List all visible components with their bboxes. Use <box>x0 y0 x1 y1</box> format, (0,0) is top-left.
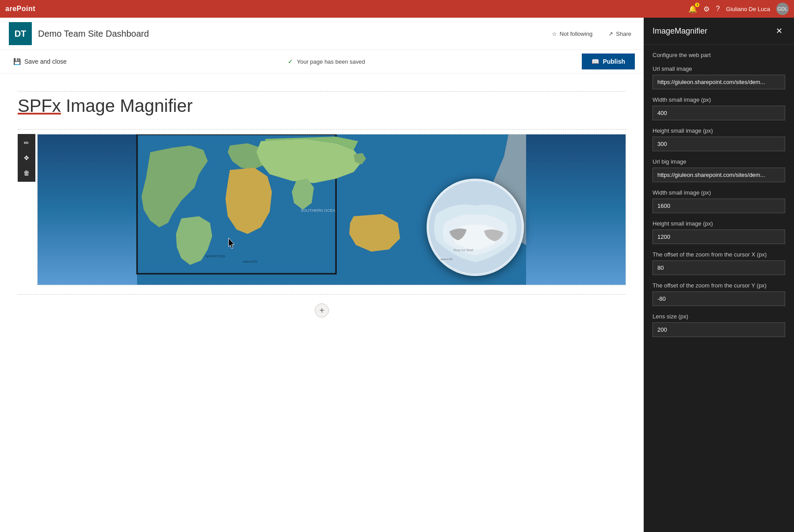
field-label-offset-y: The offset of the zoom from the cursor Y… <box>653 282 785 289</box>
not-following-label: Not following <box>560 31 592 37</box>
help-icon: ? <box>716 5 720 13</box>
form-group-url-big-image: Url big image <box>653 158 785 182</box>
field-input-height-big-image[interactable] <box>653 230 785 244</box>
site-header: DT Demo Team Site Dashboard ☆ Not follow… <box>0 18 644 50</box>
page-title-rest: Image Magnifier <box>61 96 193 115</box>
main-container: DT Demo Team Site Dashboard ☆ Not follow… <box>0 18 794 532</box>
check-icon: ✓ <box>288 58 293 65</box>
form-group-height-small-image: Height small image (px) <box>653 127 785 151</box>
field-input-lens-size[interactable] <box>653 322 785 337</box>
save-icon: 💾 <box>13 58 21 65</box>
field-input-url-big-image[interactable] <box>653 168 785 182</box>
notification-badge: 1 <box>695 3 699 7</box>
field-label-width-small-image: Width small image (px) <box>653 96 785 103</box>
form-group-width-small-image: Width small image (px) <box>653 96 785 120</box>
avatar-initials: GDL <box>778 6 788 11</box>
panel-body: Configure the web part Url small imageWi… <box>644 45 794 532</box>
save-close-label: Save and close <box>24 58 67 65</box>
share-button[interactable]: ↗ Share <box>605 29 635 39</box>
user-avatar[interactable]: GDL <box>776 3 789 15</box>
section-separator-bottom <box>18 294 626 295</box>
share-icon: ↗ <box>608 31 613 37</box>
site-header-right: ☆ Not following ↗ Share <box>548 29 635 39</box>
field-input-width-big-image[interactable] <box>653 199 785 213</box>
saved-message: Your page has been saved <box>297 58 365 65</box>
gear-icon: ⚙ <box>703 5 710 13</box>
site-title: Demo Team Site Dashboard <box>38 29 149 39</box>
field-input-height-small-image[interactable] <box>653 137 785 151</box>
right-panel: ImageMagnifier ✕ Configure the web part … <box>644 18 794 532</box>
svg-text:SOUTHERN OCEA: SOUTHERN OCEA <box>301 208 336 213</box>
svg-text:www.A7W: www.A7W <box>243 260 257 263</box>
site-logo-area: DT Demo Team Site Dashboard <box>9 22 149 45</box>
webpart-wrapper: ✏ ✥ 🗑 <box>37 134 626 285</box>
move-icon: ✥ <box>24 154 29 161</box>
star-icon: ☆ <box>552 31 557 37</box>
edit-webpart-button[interactable]: ✏ <box>19 136 34 150</box>
page-content: SPFx Image Magnifier ✏ ✥ 🗑 <box>0 73 644 532</box>
magnifier-svg: Ross Ice Shelf www.A7W <box>428 179 523 276</box>
magnifier-lens: Ross Ice Shelf www.A7W <box>427 179 524 276</box>
save-close-button[interactable]: 💾 Save and close <box>9 55 71 68</box>
book-icon: 📖 <box>592 58 599 65</box>
section-separator-top <box>18 91 626 92</box>
notifications-button[interactable]: 🔔 1 <box>688 5 697 13</box>
share-label: Share <box>616 31 631 37</box>
pencil-icon: ✏ <box>24 139 29 146</box>
settings-button[interactable]: ⚙ <box>703 5 710 13</box>
field-input-offset-x[interactable] <box>653 260 785 275</box>
field-label-height-small-image: Height small image (px) <box>653 127 785 134</box>
webpart-container: SOUTHERN OCEA ANTARCTICA www.A7W <box>37 134 626 285</box>
not-following-button[interactable]: ☆ Not following <box>548 29 596 39</box>
form-group-offset-x: The offset of the zoom from the cursor X… <box>653 251 785 275</box>
delete-webpart-button[interactable]: 🗑 <box>19 166 34 180</box>
trash-icon: 🗑 <box>23 169 30 176</box>
field-input-offset-y[interactable] <box>653 291 785 306</box>
svg-text:Ross Ice Shelf: Ross Ice Shelf <box>454 249 473 252</box>
form-group-width-big-image: Width small image (px) <box>653 189 785 213</box>
site-logo: DT <box>9 22 32 45</box>
app-name: arePoint <box>5 5 35 13</box>
map-frame: SOUTHERN OCEA ANTARCTICA www.A7W <box>38 134 626 285</box>
page-title-spfx: SPFx <box>18 96 61 115</box>
cursor-indicator <box>228 237 237 249</box>
panel-title: ImageMagnifier <box>653 27 707 36</box>
field-label-offset-x: The offset of the zoom from the cursor X… <box>653 251 785 258</box>
configure-label: Configure the web part <box>653 52 785 58</box>
close-icon: ✕ <box>776 26 783 36</box>
form-group-height-big-image: Height small image (px) <box>653 220 785 244</box>
user-name-label: Giuliano De Luca <box>726 6 770 12</box>
field-label-height-big-image: Height small image (px) <box>653 220 785 227</box>
page-title: SPFx Image Magnifier <box>18 96 626 116</box>
move-webpart-button[interactable]: ✥ <box>19 151 34 165</box>
form-group-lens-size: Lens size (px) <box>653 313 785 337</box>
field-input-url-small-image[interactable] <box>653 75 785 89</box>
add-section-button[interactable]: + <box>315 303 329 318</box>
form-group-offset-y: The offset of the zoom from the cursor Y… <box>653 282 785 306</box>
publish-button[interactable]: 📖 Publish <box>582 54 635 69</box>
panel-close-button[interactable]: ✕ <box>773 25 785 37</box>
field-label-url-small-image: Url small image <box>653 65 785 72</box>
form-fields: Url small imageWidth small image (px)Hei… <box>653 65 785 337</box>
top-navigation: arePoint 🔔 1 ⚙ ? Giuliano De Luca GDL <box>0 0 794 18</box>
top-nav-left: arePoint <box>5 5 35 13</box>
field-label-width-big-image: Width small image (px) <box>653 189 785 196</box>
publish-label: Publish <box>603 58 625 65</box>
webpart-toolbar: ✏ ✥ 🗑 <box>18 134 35 182</box>
svg-text:www.A7W: www.A7W <box>440 258 452 260</box>
top-nav-right: 🔔 1 ⚙ ? Giuliano De Luca GDL <box>688 3 789 15</box>
world-map-svg: SOUTHERN OCEA ANTARCTICA www.A7W <box>38 134 626 285</box>
content-area: DT Demo Team Site Dashboard ☆ Not follow… <box>0 18 644 532</box>
panel-header: ImageMagnifier ✕ <box>644 18 794 45</box>
toolbar-center: ✓ Your page has been saved <box>288 58 365 65</box>
field-label-url-big-image: Url big image <box>653 158 785 165</box>
section-separator-mid <box>18 129 626 130</box>
svg-text:ANTARCTICA: ANTARCTICA <box>206 255 225 258</box>
field-input-width-small-image[interactable] <box>653 106 785 120</box>
world-map: SOUTHERN OCEA ANTARCTICA www.A7W <box>38 134 626 285</box>
help-button[interactable]: ? <box>716 5 720 13</box>
page-title-section: SPFx Image Magnifier <box>18 96 626 116</box>
plus-icon: + <box>319 306 324 316</box>
field-label-lens-size: Lens size (px) <box>653 313 785 320</box>
add-section-area: + <box>18 299 626 322</box>
